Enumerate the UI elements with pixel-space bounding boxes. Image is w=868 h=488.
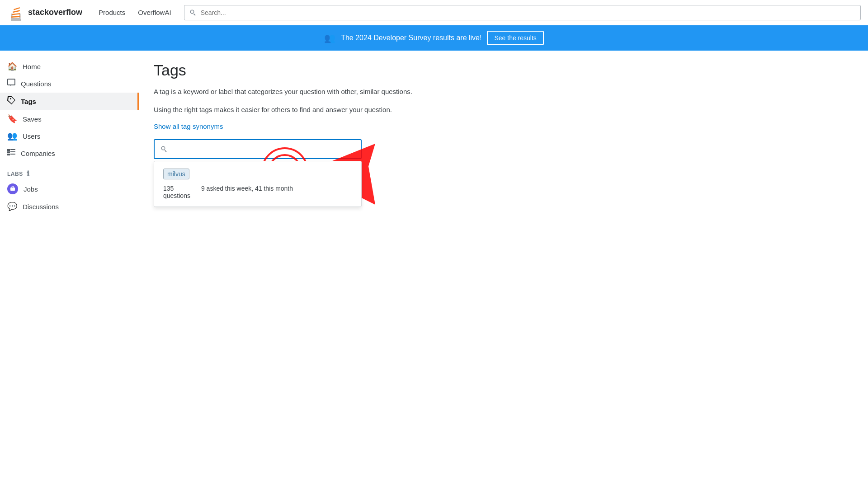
header-search-input[interactable] <box>201 9 856 16</box>
labs-section: LABS ℹ <box>0 162 139 180</box>
page-description-1: A tag is a keyword or label that categor… <box>154 86 561 97</box>
tag-result-item[interactable]: milvus 135 questions 9 asked this week, … <box>154 161 361 206</box>
banner: 👥 The 2024 Developer Survey results are … <box>0 25 868 51</box>
sidebar-item-users[interactable]: 👥 Users <box>0 127 139 145</box>
logo-text: stackoverflow <box>28 8 82 17</box>
companies-icon <box>7 148 15 159</box>
see-results-button[interactable]: See the results <box>487 31 543 45</box>
main-content: Tags A tag is a keyword or label that ca… <box>139 51 868 488</box>
discussions-icon: 💬 <box>7 202 17 211</box>
header-search-icon <box>189 9 197 17</box>
banner-people-icon: 👥 <box>324 33 335 43</box>
tag-weekly-stats: 9 asked this week, 41 this month <box>201 185 293 199</box>
jobs-icon <box>7 183 18 194</box>
sidebar-item-jobs[interactable]: Jobs <box>0 180 139 198</box>
tag-search-input[interactable]: Milvus <box>173 145 355 153</box>
sidebar-item-questions-label: Questions <box>21 80 52 88</box>
svg-rect-7 <box>13 10 20 13</box>
sidebar-item-discussions-label: Discussions <box>23 203 59 211</box>
sidebar-item-home-label: Home <box>23 63 41 70</box>
logo[interactable]: stackoverflow <box>7 4 82 22</box>
questions-icon <box>7 79 15 89</box>
sidebar-item-users-label: Users <box>23 132 40 140</box>
home-icon: 🏠 <box>7 61 17 71</box>
sidebar-item-tags[interactable]: Tags <box>0 93 139 110</box>
nav: Products OverflowAI <box>93 5 177 20</box>
sidebar-item-questions[interactable]: Questions <box>0 75 139 93</box>
sidebar-item-home[interactable]: 🏠 Home <box>0 58 139 75</box>
header-search-bar[interactable] <box>184 5 861 20</box>
main-layout: 🏠 Home Questions Tags 🔖 Saves 👥 Users <box>0 51 868 488</box>
header: stackoverflow Products OverflowAI <box>0 0 868 25</box>
nav-overflowai[interactable]: OverflowAI <box>132 5 176 20</box>
tag-synonyms-link[interactable]: Show all tag synonyms <box>154 122 223 130</box>
users-icon: 👥 <box>7 131 17 141</box>
sidebar-item-tags-label: Tags <box>21 98 36 105</box>
tag-search-icon <box>160 145 168 153</box>
sidebar-item-discussions[interactable]: 💬 Discussions <box>0 198 139 215</box>
nav-products[interactable]: Products <box>93 5 131 20</box>
logo-icon <box>7 4 25 22</box>
tag-stats: 135 questions 9 asked this week, 41 this… <box>163 185 352 199</box>
saves-icon: 🔖 <box>7 114 17 124</box>
labs-info-icon[interactable]: ℹ <box>27 169 30 178</box>
svg-rect-9 <box>10 188 15 191</box>
sidebar-item-companies-label: Companies <box>21 150 55 157</box>
sidebar: 🏠 Home Questions Tags 🔖 Saves 👥 Users <box>0 51 139 488</box>
tag-search-container: Milvus milvus 135 questions 9 asked this… <box>154 139 362 159</box>
svg-rect-4 <box>11 19 21 21</box>
tag-dropdown: milvus 135 questions 9 asked this week, … <box>154 161 362 207</box>
tag-question-count: 135 questions <box>163 185 190 199</box>
page-description-2: Using the right tags makes it easier for… <box>154 104 561 115</box>
tags-icon <box>7 96 15 107</box>
sidebar-item-companies[interactable]: Companies <box>0 145 139 162</box>
svg-rect-6 <box>12 13 20 15</box>
svg-rect-8 <box>14 7 20 10</box>
page-title: Tags <box>154 61 854 79</box>
banner-text: The 2024 Developer Survey results are li… <box>341 34 481 42</box>
labs-label: LABS <box>7 171 23 177</box>
tag-search-input-wrap[interactable]: Milvus <box>154 139 362 159</box>
sidebar-item-jobs-label: Jobs <box>24 185 38 193</box>
tag-name-badge[interactable]: milvus <box>163 169 189 179</box>
sidebar-item-saves[interactable]: 🔖 Saves <box>0 110 139 127</box>
sidebar-item-saves-label: Saves <box>23 115 42 123</box>
